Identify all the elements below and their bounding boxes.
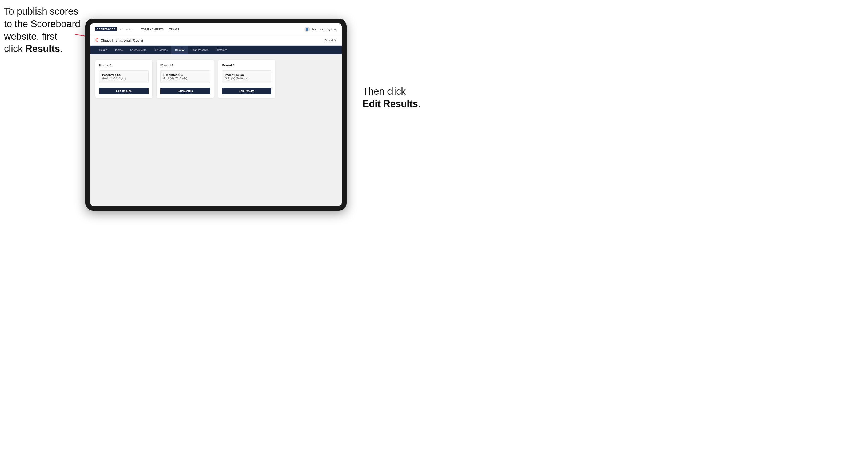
round-2-course-name: Peachtree GC: [163, 73, 207, 76]
nav-tournaments[interactable]: TOURNAMENTS: [141, 28, 164, 31]
round-2-title: Round 2: [160, 63, 210, 67]
round-1-course-details: Gold (M) (7010 yds): [102, 77, 146, 80]
tournament-title: C Clippd Invitational (Open): [95, 38, 143, 43]
c-icon: C: [95, 38, 99, 43]
round-3-card: Round 3 Peachtree GC Gold (M) (7010 yds)…: [218, 60, 275, 98]
round-1-edit-results-button[interactable]: Edit Results: [99, 88, 149, 94]
round-3-course-card: Peachtree GC Gold (M) (7010 yds): [222, 70, 271, 83]
tab-tee-groups[interactable]: Tee Groups: [150, 46, 172, 54]
tablet-frame: SCOREBOARD Powered by clippd TOURNAMENTS…: [85, 19, 347, 211]
cancel-button[interactable]: Cancel ✕: [324, 39, 336, 42]
top-nav: SCOREBOARD Powered by clippd TOURNAMENTS…: [90, 24, 342, 35]
sign-out-link[interactable]: Sign out: [327, 28, 336, 31]
round-3-course-name: Peachtree GC: [225, 73, 269, 76]
tournament-name: Clippd Invitational (Open): [101, 38, 143, 42]
nav-teams[interactable]: TEAMS: [169, 28, 179, 31]
left-instruction: To publish scores to the Scoreboard webs…: [4, 5, 80, 55]
tab-results[interactable]: Results: [172, 45, 188, 54]
content-area: Round 1 Peachtree GC Gold (M) (7010 yds)…: [90, 54, 342, 206]
tab-details[interactable]: Details: [95, 46, 111, 54]
round-3-edit-results-button[interactable]: Edit Results: [222, 88, 271, 94]
tab-printables[interactable]: Printables: [212, 46, 231, 54]
logo-subtitle: Powered by clippd: [118, 28, 133, 30]
user-name: Test User |: [312, 28, 325, 31]
tab-leaderboards[interactable]: Leaderboards: [188, 46, 212, 54]
right-instruction: Then click Edit Results.: [363, 85, 421, 111]
tablet-screen: SCOREBOARD Powered by clippd TOURNAMENTS…: [90, 24, 342, 206]
scoreboard-logo: SCOREBOARD: [95, 27, 117, 31]
rounds-grid: Round 1 Peachtree GC Gold (M) (7010 yds)…: [95, 60, 336, 98]
tab-teams[interactable]: Teams: [111, 46, 126, 54]
tournament-header: C Clippd Invitational (Open) Cancel ✕: [90, 35, 342, 45]
round-3-title: Round 3: [222, 63, 271, 67]
round-2-card: Round 2 Peachtree GC Gold (M) (7010 yds)…: [157, 60, 214, 98]
sub-nav: Details Teams Course Setup Tee Groups Re…: [90, 45, 342, 54]
user-icon: 👤: [304, 27, 310, 32]
nav-links: TOURNAMENTS TEAMS: [141, 28, 304, 31]
round-1-card: Round 1 Peachtree GC Gold (M) (7010 yds)…: [95, 60, 153, 98]
round-2-course-details: Gold (M) (7010 yds): [163, 77, 207, 80]
nav-right: 👤 Test User | Sign out: [304, 27, 336, 32]
round-1-course-card: Peachtree GC Gold (M) (7010 yds): [99, 70, 149, 83]
round-3-course-details: Gold (M) (7010 yds): [225, 77, 269, 80]
logo-area: SCOREBOARD Powered by clippd: [95, 27, 133, 31]
round-1-title: Round 1: [99, 63, 149, 67]
tab-course-setup[interactable]: Course Setup: [126, 46, 150, 54]
round-1-course-name: Peachtree GC: [102, 73, 146, 76]
round-2-edit-results-button[interactable]: Edit Results: [160, 88, 210, 94]
round-2-course-card: Peachtree GC Gold (M) (7010 yds): [160, 70, 210, 83]
empty-column: [279, 60, 336, 98]
